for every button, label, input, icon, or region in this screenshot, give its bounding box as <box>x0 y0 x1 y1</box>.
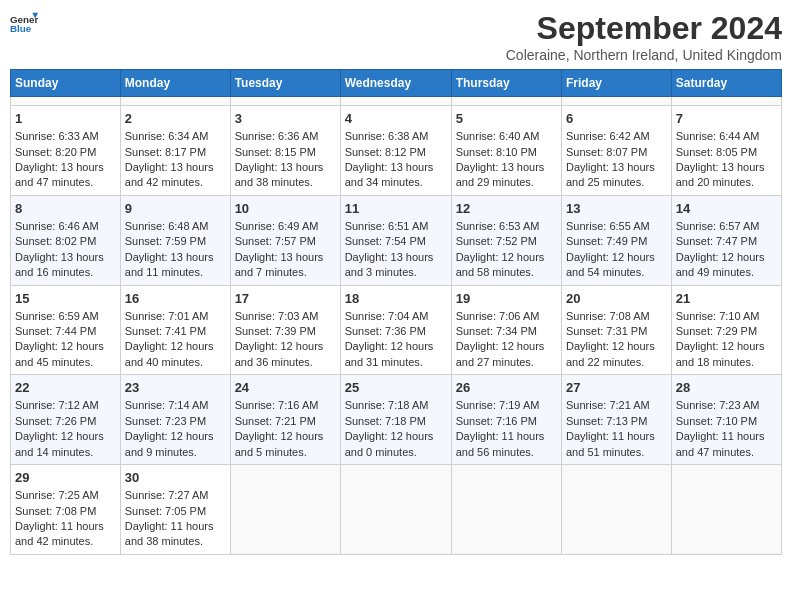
day-number: 14 <box>676 200 777 218</box>
calendar-subtitle: Coleraine, Northern Ireland, United King… <box>506 47 782 63</box>
cell-text: Sunset: 7:39 PM <box>235 324 336 339</box>
svg-text:Blue: Blue <box>10 23 32 34</box>
cell-text: Sunset: 7:05 PM <box>125 504 226 519</box>
cell-text: Daylight: 13 hours and 7 minutes. <box>235 250 336 281</box>
cell-text: Sunrise: 7:21 AM <box>566 398 667 413</box>
cell-text: Sunset: 7:08 PM <box>15 504 116 519</box>
calendar-cell: 14Sunrise: 6:57 AMSunset: 7:47 PMDayligh… <box>671 195 781 285</box>
cell-text: Daylight: 12 hours and 54 minutes. <box>566 250 667 281</box>
calendar-cell: 8Sunrise: 6:46 AMSunset: 8:02 PMDaylight… <box>11 195 121 285</box>
calendar-cell: 20Sunrise: 7:08 AMSunset: 7:31 PMDayligh… <box>562 285 672 375</box>
day-number: 15 <box>15 290 116 308</box>
cell-text: Sunset: 7:49 PM <box>566 234 667 249</box>
day-number: 19 <box>456 290 557 308</box>
calendar-cell: 30Sunrise: 7:27 AMSunset: 7:05 PMDayligh… <box>120 465 230 555</box>
cell-text: Sunset: 7:23 PM <box>125 414 226 429</box>
cell-text: Sunset: 7:29 PM <box>676 324 777 339</box>
day-number: 7 <box>676 110 777 128</box>
cell-text: Sunset: 8:15 PM <box>235 145 336 160</box>
day-number: 8 <box>15 200 116 218</box>
calendar-cell: 7Sunrise: 6:44 AMSunset: 8:05 PMDaylight… <box>671 106 781 196</box>
day-number: 22 <box>15 379 116 397</box>
day-number: 30 <box>125 469 226 487</box>
calendar-cell: 15Sunrise: 6:59 AMSunset: 7:44 PMDayligh… <box>11 285 121 375</box>
calendar-cell <box>340 97 451 106</box>
cell-text: Daylight: 12 hours and 22 minutes. <box>566 339 667 370</box>
column-header-saturday: Saturday <box>671 70 781 97</box>
day-number: 11 <box>345 200 447 218</box>
week-row-4: 22Sunrise: 7:12 AMSunset: 7:26 PMDayligh… <box>11 375 782 465</box>
cell-text: Sunset: 7:31 PM <box>566 324 667 339</box>
cell-text: Daylight: 12 hours and 36 minutes. <box>235 339 336 370</box>
cell-text: Sunrise: 7:19 AM <box>456 398 557 413</box>
calendar-table: SundayMondayTuesdayWednesdayThursdayFrid… <box>10 69 782 555</box>
calendar-cell: 10Sunrise: 6:49 AMSunset: 7:57 PMDayligh… <box>230 195 340 285</box>
cell-text: Sunrise: 7:10 AM <box>676 309 777 324</box>
cell-text: Sunrise: 7:08 AM <box>566 309 667 324</box>
cell-text: Sunrise: 6:33 AM <box>15 129 116 144</box>
column-header-sunday: Sunday <box>11 70 121 97</box>
cell-text: Sunrise: 6:44 AM <box>676 129 777 144</box>
cell-text: Sunset: 7:26 PM <box>15 414 116 429</box>
calendar-cell: 22Sunrise: 7:12 AMSunset: 7:26 PMDayligh… <box>11 375 121 465</box>
cell-text: Sunset: 8:12 PM <box>345 145 447 160</box>
cell-text: Daylight: 13 hours and 34 minutes. <box>345 160 447 191</box>
day-number: 23 <box>125 379 226 397</box>
calendar-cell: 6Sunrise: 6:42 AMSunset: 8:07 PMDaylight… <box>562 106 672 196</box>
cell-text: Sunset: 7:36 PM <box>345 324 447 339</box>
cell-text: Daylight: 13 hours and 3 minutes. <box>345 250 447 281</box>
week-row-5: 29Sunrise: 7:25 AMSunset: 7:08 PMDayligh… <box>11 465 782 555</box>
day-number: 3 <box>235 110 336 128</box>
calendar-cell <box>671 97 781 106</box>
column-header-tuesday: Tuesday <box>230 70 340 97</box>
cell-text: Sunset: 8:07 PM <box>566 145 667 160</box>
cell-text: Daylight: 12 hours and 9 minutes. <box>125 429 226 460</box>
cell-text: Sunrise: 6:55 AM <box>566 219 667 234</box>
week-row-2: 8Sunrise: 6:46 AMSunset: 8:02 PMDaylight… <box>11 195 782 285</box>
cell-text: Sunset: 7:34 PM <box>456 324 557 339</box>
cell-text: Daylight: 11 hours and 47 minutes. <box>676 429 777 460</box>
calendar-cell <box>671 465 781 555</box>
column-header-monday: Monday <box>120 70 230 97</box>
title-block: September 2024 Coleraine, Northern Irela… <box>506 10 782 63</box>
cell-text: Sunrise: 7:27 AM <box>125 488 226 503</box>
week-row-3: 15Sunrise: 6:59 AMSunset: 7:44 PMDayligh… <box>11 285 782 375</box>
calendar-cell: 12Sunrise: 6:53 AMSunset: 7:52 PMDayligh… <box>451 195 561 285</box>
calendar-cell: 3Sunrise: 6:36 AMSunset: 8:15 PMDaylight… <box>230 106 340 196</box>
calendar-cell: 1Sunrise: 6:33 AMSunset: 8:20 PMDaylight… <box>11 106 121 196</box>
calendar-cell <box>340 465 451 555</box>
calendar-cell: 26Sunrise: 7:19 AMSunset: 7:16 PMDayligh… <box>451 375 561 465</box>
cell-text: Daylight: 12 hours and 45 minutes. <box>15 339 116 370</box>
cell-text: Daylight: 13 hours and 11 minutes. <box>125 250 226 281</box>
calendar-cell: 13Sunrise: 6:55 AMSunset: 7:49 PMDayligh… <box>562 195 672 285</box>
calendar-cell <box>451 97 561 106</box>
cell-text: Daylight: 12 hours and 31 minutes. <box>345 339 447 370</box>
cell-text: Sunrise: 6:57 AM <box>676 219 777 234</box>
calendar-cell <box>120 97 230 106</box>
cell-text: Sunrise: 6:49 AM <box>235 219 336 234</box>
calendar-cell: 24Sunrise: 7:16 AMSunset: 7:21 PMDayligh… <box>230 375 340 465</box>
cell-text: Daylight: 12 hours and 40 minutes. <box>125 339 226 370</box>
cell-text: Daylight: 12 hours and 5 minutes. <box>235 429 336 460</box>
cell-text: Daylight: 13 hours and 20 minutes. <box>676 160 777 191</box>
calendar-cell <box>230 465 340 555</box>
cell-text: Sunrise: 6:53 AM <box>456 219 557 234</box>
page-header: General Blue September 2024 Coleraine, N… <box>10 10 782 63</box>
day-number: 9 <box>125 200 226 218</box>
cell-text: Daylight: 13 hours and 16 minutes. <box>15 250 116 281</box>
cell-text: Sunset: 8:10 PM <box>456 145 557 160</box>
calendar-cell: 17Sunrise: 7:03 AMSunset: 7:39 PMDayligh… <box>230 285 340 375</box>
calendar-cell: 25Sunrise: 7:18 AMSunset: 7:18 PMDayligh… <box>340 375 451 465</box>
calendar-cell: 21Sunrise: 7:10 AMSunset: 7:29 PMDayligh… <box>671 285 781 375</box>
day-number: 10 <box>235 200 336 218</box>
calendar-cell: 19Sunrise: 7:06 AMSunset: 7:34 PMDayligh… <box>451 285 561 375</box>
cell-text: Daylight: 13 hours and 29 minutes. <box>456 160 557 191</box>
day-number: 4 <box>345 110 447 128</box>
cell-text: Sunset: 8:02 PM <box>15 234 116 249</box>
column-header-thursday: Thursday <box>451 70 561 97</box>
calendar-cell <box>451 465 561 555</box>
cell-text: Sunrise: 7:03 AM <box>235 309 336 324</box>
logo-icon: General Blue <box>10 10 38 38</box>
cell-text: Daylight: 12 hours and 27 minutes. <box>456 339 557 370</box>
calendar-cell: 29Sunrise: 7:25 AMSunset: 7:08 PMDayligh… <box>11 465 121 555</box>
